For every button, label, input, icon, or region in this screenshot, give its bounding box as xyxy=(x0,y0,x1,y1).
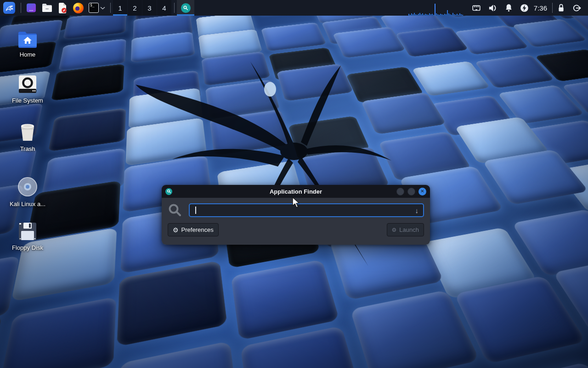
launcher-firefox[interactable] xyxy=(70,0,86,16)
notifications-bell-icon[interactable] xyxy=(504,3,514,13)
app-launcher-purple-icon xyxy=(26,3,36,13)
volume-icon[interactable] xyxy=(487,3,498,13)
log-out-icon[interactable] xyxy=(572,3,582,13)
file-manager-icon xyxy=(42,3,52,12)
desktop-icon-floppy-disk[interactable]: Floppy Disk xyxy=(7,220,48,251)
app-finder-icon xyxy=(181,3,191,13)
cpu-bar xyxy=(408,14,409,16)
cpu-bar xyxy=(426,14,427,16)
titlebar[interactable]: Application Finder ✕ xyxy=(162,185,430,198)
session-buttons xyxy=(557,3,582,13)
close-button[interactable]: ✕ xyxy=(418,188,426,196)
applications-menu-button[interactable] xyxy=(0,0,18,16)
wallpaper-cube xyxy=(117,260,227,346)
desktop-icon-file-system[interactable]: File System xyxy=(7,73,48,104)
cpu-bar xyxy=(458,15,459,16)
cpu-bar xyxy=(457,14,458,16)
workspace-button-1[interactable]: 1 xyxy=(113,0,127,16)
panel-separator xyxy=(174,3,175,13)
finder-body: ↓ ⚙ Preferences ⚙ Launch xyxy=(162,198,430,245)
cpu-bar xyxy=(436,13,437,16)
cpu-bar xyxy=(447,10,448,16)
network-wired-icon[interactable] xyxy=(471,3,481,13)
power-manager-icon[interactable] xyxy=(520,3,529,13)
cpu-bar xyxy=(424,15,424,16)
clock[interactable]: 7:36 xyxy=(534,4,547,12)
desktop-icon-label: Floppy Disk xyxy=(7,244,48,251)
cpu-bar xyxy=(439,15,440,16)
cpu-bar xyxy=(417,15,418,16)
search-icon xyxy=(168,203,182,218)
launcher-terminal[interactable]: $_ xyxy=(86,0,108,16)
wallpaper-cube xyxy=(489,362,588,368)
desktop-icon-home[interactable]: Home xyxy=(7,27,48,58)
workspace-label: 1 xyxy=(118,4,122,12)
desktop-icon-kali-linux[interactable]: Kali Linux a... xyxy=(7,176,48,207)
wallpaper-cube xyxy=(0,314,2,368)
cpu-bar xyxy=(418,14,419,16)
kali-menu-icon xyxy=(3,2,15,14)
cpu-bar xyxy=(419,13,420,16)
cpu-bar xyxy=(429,13,430,16)
workspace-button-3[interactable]: 3 xyxy=(142,0,157,16)
maximize-button[interactable] xyxy=(407,188,415,196)
cpu-bar xyxy=(444,14,445,16)
desktop-icon-label: Home xyxy=(7,51,48,58)
cpu-bar xyxy=(446,14,447,16)
wallpaper-cube xyxy=(261,22,327,51)
cpu-bar xyxy=(413,14,413,16)
active-window-indicator xyxy=(177,14,194,16)
workspace-label: 4 xyxy=(162,4,166,12)
workspace-button-2[interactable]: 2 xyxy=(128,0,142,16)
workspace-button-4[interactable]: 4 xyxy=(157,0,171,16)
minimize-button[interactable] xyxy=(396,188,404,196)
cpu-bar xyxy=(425,14,426,16)
hard-drive-icon xyxy=(7,73,48,94)
top-panel: $_ 1 2 3 4 xyxy=(0,0,588,16)
cpu-bar xyxy=(440,14,441,16)
panel-separator xyxy=(21,3,21,13)
launcher-file-manager[interactable] xyxy=(39,0,55,16)
desktop[interactable]: Home File System xyxy=(0,16,588,368)
search-input[interactable]: ↓ xyxy=(189,203,424,217)
workspace-label: 2 xyxy=(133,4,136,12)
launcher-app-purple[interactable] xyxy=(23,0,39,16)
preferences-button[interactable]: ⚙ Preferences xyxy=(168,223,219,236)
text-editor-icon xyxy=(58,3,67,13)
desktop-icon-trash[interactable]: Trash xyxy=(7,121,48,152)
cpu-bar xyxy=(462,15,463,16)
window-title: Application Finder xyxy=(162,188,430,195)
wallpaper-cube xyxy=(0,297,116,368)
home-folder-icon xyxy=(7,27,48,48)
cpu-graph-widget[interactable] xyxy=(408,0,466,16)
cpu-bar xyxy=(437,14,438,16)
cpu-bar xyxy=(422,13,423,16)
workspace-label: 3 xyxy=(147,4,151,12)
cpu-bar xyxy=(428,15,429,16)
desktop-icon-label: Trash xyxy=(7,145,48,152)
text-caret xyxy=(195,207,196,214)
cpu-bar xyxy=(450,14,451,16)
cpu-bar xyxy=(461,14,462,16)
launcher-text-editor[interactable] xyxy=(55,0,70,16)
cpu-bar xyxy=(451,15,452,16)
lock-screen-icon[interactable] xyxy=(557,3,565,13)
cpu-bar xyxy=(410,15,411,16)
cpu-bar xyxy=(448,13,449,16)
cpu-bar xyxy=(433,15,434,16)
gear-icon: ⚙ xyxy=(173,227,179,233)
dropdown-arrow-icon[interactable]: ↓ xyxy=(415,207,419,214)
wallpaper-cube xyxy=(0,16,3,25)
chevron-down-icon[interactable] xyxy=(100,6,105,10)
cpu-bar xyxy=(415,14,416,16)
launch-button[interactable]: ⚙ Launch xyxy=(387,223,424,236)
panel-separator xyxy=(552,3,553,13)
optical-disc-icon xyxy=(7,176,48,197)
desktop-icon-label: File System xyxy=(7,97,48,104)
active-workspace-indicator xyxy=(113,14,127,16)
desktop-icon-label: Kali Linux a... xyxy=(7,201,48,207)
cpu-bar xyxy=(411,13,412,16)
taskbar-button-application-finder[interactable] xyxy=(177,0,194,16)
cpu-bar xyxy=(459,13,460,16)
wallpaper-cube xyxy=(231,259,339,340)
